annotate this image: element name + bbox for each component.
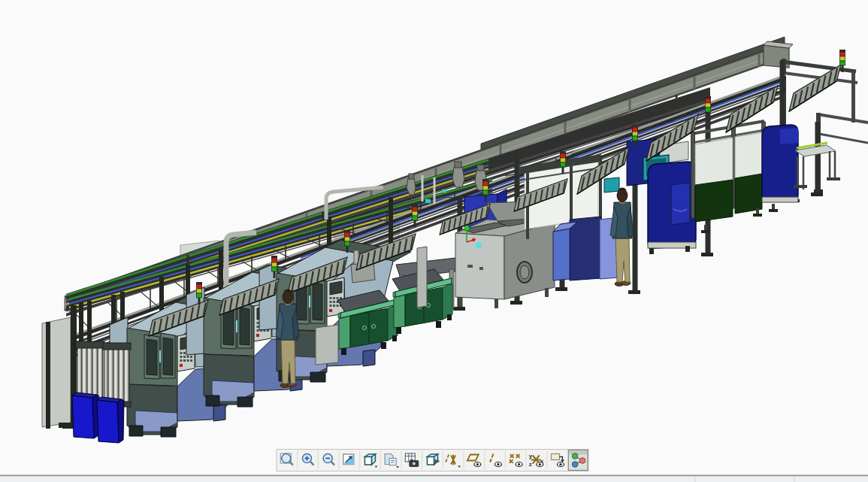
svg-text:z: z bbox=[529, 461, 532, 468]
svg-text:y: y bbox=[529, 453, 533, 459]
